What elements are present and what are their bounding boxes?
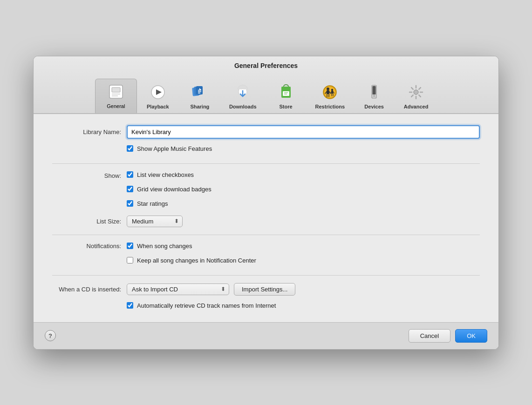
tab-sharing[interactable]: Sharing: [179, 80, 221, 113]
cd-row: When a CD is inserted: Ask to Import CD …: [52, 283, 480, 296]
tab-downloads[interactable]: Downloads: [221, 80, 265, 113]
sharing-icon: [190, 82, 210, 102]
library-name-control: [127, 125, 480, 139]
svg-point-22: [327, 88, 329, 90]
apple-music-label: Show Apple Music Features: [137, 145, 212, 152]
tab-playback[interactable]: Playback: [137, 80, 179, 113]
tab-playback-label: Playback: [147, 104, 169, 109]
svg-line-45: [419, 88, 421, 89]
auto-retrieve-row: Automatically retrieve CD track names fr…: [52, 302, 480, 313]
show-label: Show:: [52, 171, 127, 179]
cancel-button[interactable]: Cancel: [409, 329, 450, 343]
tab-sharing-label: Sharing: [190, 104, 209, 109]
svg-rect-35: [373, 86, 376, 94]
tab-restrictions-label: Restrictions: [315, 104, 345, 109]
show-section-row: Show: List view checkboxes Grid view dow…: [52, 171, 480, 211]
svg-rect-17: [283, 91, 289, 96]
star-ratings-row: Star ratings: [127, 200, 211, 207]
tab-general[interactable]: General: [95, 79, 137, 113]
library-name-row: Library Name:: [52, 125, 480, 139]
list-view-row: List view checkboxes: [127, 171, 211, 178]
svg-point-36: [374, 95, 375, 96]
restrictions-icon: [320, 82, 340, 102]
star-ratings-label: Star ratings: [137, 200, 168, 207]
when-song-changes-label: When song changes: [137, 243, 192, 250]
auto-retrieve-checkbox-row: Automatically retrieve CD track names fr…: [127, 302, 276, 309]
list-size-select[interactable]: Small Medium Large: [127, 216, 183, 227]
notifications-label: Notifications:: [52, 243, 127, 250]
when-song-changes-checkbox[interactable]: [127, 243, 133, 249]
notifications-row: Notifications: When song changes Keep al…: [52, 243, 480, 268]
notifications-items-container: When song changes Keep all song changes …: [127, 243, 256, 268]
show-items-container: List view checkboxes Grid view download …: [127, 171, 211, 211]
library-name-label: Library Name:: [52, 128, 127, 135]
svg-rect-29: [331, 91, 334, 94]
svg-rect-1: [112, 88, 120, 92]
library-name-input[interactable]: [127, 125, 480, 139]
apple-music-row: Show Apple Music Features: [52, 145, 480, 156]
list-view-checkbox[interactable]: [127, 171, 133, 178]
apple-music-checkbox-row: Show Apple Music Features: [127, 145, 480, 152]
tab-store[interactable]: Store: [265, 80, 307, 113]
grid-view-checkbox[interactable]: [127, 186, 133, 192]
help-button[interactable]: ?: [45, 330, 56, 341]
svg-rect-12: [198, 93, 200, 94]
star-ratings-checkbox[interactable]: [127, 200, 133, 207]
divider-3: [52, 275, 480, 276]
downloads-icon: [233, 82, 252, 102]
tab-advanced-label: Advanced: [404, 104, 429, 109]
keep-all-song-row: Keep all song changes in Notification Ce…: [127, 257, 256, 264]
advanced-icon: [406, 82, 426, 102]
general-icon: [106, 82, 126, 101]
import-settings-button[interactable]: Import Settings...: [234, 283, 295, 296]
toolbar: General Playback: [34, 75, 498, 113]
auto-retrieve-label: Automatically retrieve CD track names fr…: [137, 302, 276, 309]
when-song-changes-row: When song changes: [127, 243, 256, 250]
tab-store-label: Store: [279, 104, 292, 109]
tab-downloads-label: Downloads: [229, 104, 257, 109]
svg-rect-11: [198, 91, 201, 92]
divider-2: [52, 235, 480, 235]
svg-rect-10: [198, 90, 201, 91]
svg-rect-37: [374, 86, 375, 86]
grid-view-row: Grid view download badges: [127, 186, 211, 193]
svg-point-38: [414, 90, 418, 94]
auto-retrieve-checkbox[interactable]: [127, 302, 133, 309]
tab-advanced[interactable]: Advanced: [395, 80, 437, 113]
tab-devices[interactable]: Devices: [353, 80, 395, 113]
divider-1: [52, 163, 480, 164]
list-size-select-wrapper: Small Medium Large ⬍: [127, 216, 183, 227]
cd-controls: Ask to Import CD Import CD Import CD and…: [127, 283, 295, 296]
list-size-label: List Size:: [52, 218, 127, 225]
bottom-buttons: Cancel OK: [409, 329, 487, 343]
svg-line-46: [411, 95, 413, 97]
titlebar: General Preferences General: [34, 56, 498, 114]
svg-rect-23: [327, 90, 329, 94]
tab-general-label: General: [107, 103, 125, 109]
bottom-bar: ? Cancel OK: [34, 322, 498, 349]
devices-icon: [364, 82, 384, 102]
list-view-label: List view checkboxes: [137, 171, 194, 178]
store-icon: [276, 82, 296, 102]
tab-devices-label: Devices: [364, 104, 384, 109]
playback-icon: [148, 82, 168, 102]
apple-music-checkbox[interactable]: [127, 145, 133, 152]
cd-select[interactable]: Ask to Import CD Import CD Import CD and…: [127, 284, 229, 295]
keep-all-song-label: Keep all song changes in Notification Ce…: [137, 257, 256, 264]
ok-button[interactable]: OK: [455, 329, 487, 343]
tab-restrictions[interactable]: Restrictions: [307, 80, 354, 113]
list-size-row: List Size: Small Medium Large ⬍: [52, 216, 480, 227]
grid-view-label: Grid view download badges: [137, 186, 211, 193]
preferences-window: General Preferences General: [33, 56, 499, 350]
svg-point-28: [331, 88, 333, 90]
window-title: General Preferences: [34, 62, 498, 69]
cd-label: When a CD is inserted:: [52, 286, 127, 293]
svg-line-43: [411, 88, 413, 89]
cd-select-wrapper: Ask to Import CD Import CD Import CD and…: [127, 284, 229, 295]
keep-all-song-checkbox[interactable]: [127, 257, 133, 263]
svg-line-44: [419, 95, 421, 97]
content-area: Library Name: Show Apple Music Features …: [34, 114, 498, 322]
